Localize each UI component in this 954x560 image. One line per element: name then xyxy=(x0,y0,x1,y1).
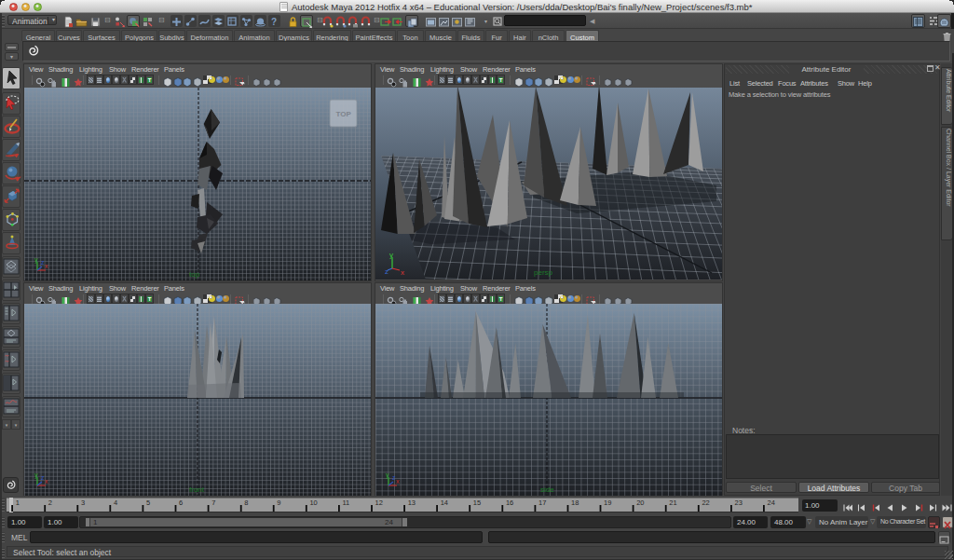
svg-text:22: 22 xyxy=(702,499,709,507)
svg-text:14: 14 xyxy=(441,499,448,507)
svg-text:11: 11 xyxy=(343,499,350,507)
svg-text:x: x xyxy=(45,263,48,269)
svg-text:x: x xyxy=(45,478,48,485)
svg-text:17: 17 xyxy=(538,499,546,507)
svg-text:z: z xyxy=(392,474,396,481)
svg-text:7: 7 xyxy=(211,499,215,507)
svg-text:16: 16 xyxy=(506,499,513,507)
svg-text:top: top xyxy=(189,270,200,279)
svg-text:1: 1 xyxy=(16,499,20,507)
svg-text:24: 24 xyxy=(768,499,775,507)
svg-text:?: ? xyxy=(271,17,277,27)
svg-text:10: 10 xyxy=(309,499,317,507)
svg-text:x: x xyxy=(396,478,400,485)
svg-text:side: side xyxy=(540,485,554,494)
svg-text:z: z xyxy=(385,267,388,276)
svg-text:12: 12 xyxy=(375,499,383,507)
svg-text:15: 15 xyxy=(473,499,481,507)
svg-text:6: 6 xyxy=(179,499,183,507)
svg-text:9: 9 xyxy=(277,499,280,507)
svg-text:y: y xyxy=(386,471,389,479)
svg-text:TOP: TOP xyxy=(336,110,352,118)
svg-text:3: 3 xyxy=(81,499,85,507)
svg-text:front: front xyxy=(189,485,205,494)
svg-text:4: 4 xyxy=(114,499,117,507)
svg-text:z: z xyxy=(41,259,45,266)
svg-text:23: 23 xyxy=(735,499,743,507)
svg-text:18: 18 xyxy=(571,499,579,507)
svg-text:13: 13 xyxy=(408,499,416,507)
svg-text:19: 19 xyxy=(604,499,611,507)
svg-text:21: 21 xyxy=(669,499,676,507)
svg-text:x: x xyxy=(401,268,404,277)
svg-text:z: z xyxy=(41,474,45,481)
svg-text:8: 8 xyxy=(244,499,248,507)
svg-text:persp: persp xyxy=(534,268,553,277)
svg-text:2: 2 xyxy=(48,499,52,507)
svg-text:y: y xyxy=(34,471,38,479)
svg-text:20: 20 xyxy=(636,499,644,507)
svg-text:5: 5 xyxy=(146,499,150,507)
svg-text:y: y xyxy=(34,256,38,264)
svg-text:y: y xyxy=(389,251,393,259)
